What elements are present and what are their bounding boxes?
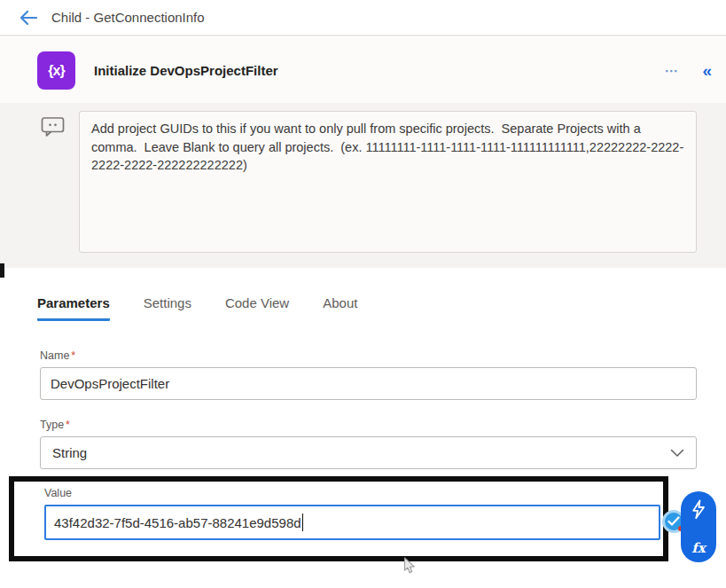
text-caret xyxy=(302,514,303,531)
lightning-bolt-icon xyxy=(691,499,706,520)
checkmark-icon xyxy=(667,516,680,527)
type-label-text: Type xyxy=(40,419,64,431)
type-field-group: Type* String xyxy=(40,419,697,469)
tab-code-view[interactable]: Code View xyxy=(225,295,289,321)
flow-action-panel: Child - GetConnectionInfo {x} Initialize… xyxy=(0,0,726,588)
back-button[interactable] xyxy=(12,4,43,31)
name-required-asterisk: * xyxy=(71,349,75,362)
tab-bar: Parameters Settings Code View About xyxy=(37,295,357,321)
type-required-asterisk: * xyxy=(66,419,70,431)
type-label: Type* xyxy=(40,419,697,431)
dynamic-content-button[interactable] xyxy=(691,499,706,520)
tab-about[interactable]: About xyxy=(323,295,357,321)
parameters-panel: Parameters Settings Code View About Name… xyxy=(0,268,726,588)
comment-section: Add project GUIDs to this if you want to… xyxy=(0,103,726,268)
input-assist-pill: fx xyxy=(681,491,716,562)
value-input-text: 43f42d32-7f5d-4516-ab57-88241e9d598d xyxy=(54,515,301,530)
type-select-value: String xyxy=(52,445,87,460)
comment-box[interactable]: Add project GUIDs to this if you want to… xyxy=(79,111,697,253)
edge-artifact xyxy=(0,263,4,278)
chevron-down-icon xyxy=(670,449,684,458)
expression-button[interactable]: fx xyxy=(691,540,705,556)
action-title: Initialize DevOpsProjectFilter xyxy=(94,63,278,78)
tab-settings[interactable]: Settings xyxy=(144,295,191,321)
type-select[interactable]: String xyxy=(40,436,697,469)
breadcrumb-bar: Child - GetConnectionInfo xyxy=(0,0,726,36)
name-label-text: Name xyxy=(40,349,69,362)
comment-text: Add project GUIDs to this if you want to… xyxy=(91,120,684,175)
comment-icon xyxy=(41,115,65,141)
action-header: {x} Initialize DevOpsProjectFilter ⋯ « xyxy=(0,38,726,103)
tab-parameters[interactable]: Parameters xyxy=(37,295,110,321)
back-arrow-icon xyxy=(18,10,38,26)
mouse-cursor xyxy=(403,557,416,578)
collapse-panel-button[interactable]: « xyxy=(702,61,712,81)
breadcrumb-title: Child - GetConnectionInfo xyxy=(51,10,205,25)
value-field-group: Value 43f42d32-7f5d-4516-ab57-88241e9d59… xyxy=(44,487,660,540)
name-input[interactable] xyxy=(40,367,697,400)
name-label: Name* xyxy=(40,349,697,362)
value-input[interactable]: 43f42d32-7f5d-4516-ab57-88241e9d598d xyxy=(44,505,660,540)
more-options-button[interactable]: ⋯ xyxy=(664,63,679,79)
value-label: Value xyxy=(44,487,660,499)
name-field-group: Name* xyxy=(40,349,697,400)
initialize-variable-icon: {x} xyxy=(37,51,75,90)
